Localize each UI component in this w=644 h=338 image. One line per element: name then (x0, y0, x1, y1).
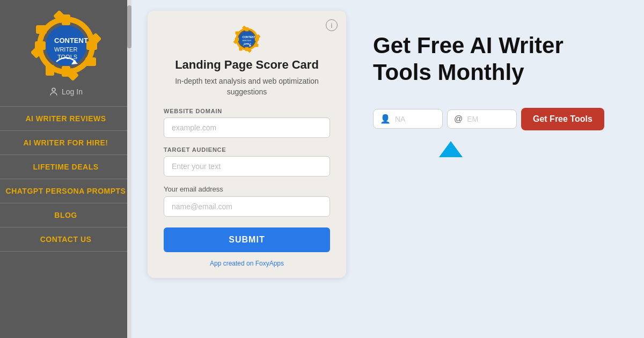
card-logo: CONTENT WRITER TOOLS (164, 26, 330, 53)
svg-rect-30 (235, 31, 239, 34)
scroll-thumb[interactable] (127, 5, 131, 48)
svg-point-18 (52, 88, 55, 91)
svg-text:WRITER: WRITER (54, 46, 77, 53)
name-input[interactable] (395, 115, 433, 123)
svg-rect-7 (85, 57, 96, 66)
right-section: Get Free AI Writer Tools Monthly 👤 @ Get… (346, 11, 628, 152)
login-label: Log In (62, 87, 83, 96)
logo-svg: CONTENT WRITER TOOLS (31, 11, 101, 80)
person-icon: 👤 (380, 114, 391, 124)
card-subtitle: In-depth text analysis and web optimizat… (164, 76, 330, 97)
footer-text: App created on (210, 260, 255, 267)
audience-input[interactable] (164, 156, 330, 177)
svg-rect-26 (254, 43, 259, 47)
card-title: Landing Page Score Card (164, 58, 330, 72)
at-icon: @ (454, 114, 463, 124)
svg-rect-11 (36, 25, 47, 34)
sidebar-item-lifetime-deals[interactable]: LIFETIME DEALS (0, 155, 131, 179)
sidebar-navigation: AI WRITER REVIEWS AI WRITER FOR HIRE! LI… (0, 106, 131, 252)
score-card: i CONTENT (148, 11, 346, 278)
footer-link[interactable]: FoxyApps (255, 260, 284, 267)
svg-text:WRITER: WRITER (243, 39, 252, 42)
card-footer: App created on FoxyApps (164, 260, 330, 267)
main-content: i CONTENT (131, 0, 644, 338)
domain-input[interactable] (164, 117, 330, 138)
card-logo-svg: CONTENT WRITER TOOLS (233, 26, 260, 53)
scrollbar[interactable] (127, 0, 131, 338)
sidebar-item-chatgpt-persona-prompts[interactable]: CHATGPT PERSONA PROMPTS (0, 179, 131, 203)
svg-text:CONTENT: CONTENT (243, 35, 255, 39)
audience-label: TARGET AUDIENCE (164, 146, 330, 153)
submit-button[interactable]: SUBMIT (164, 227, 330, 252)
sidebar-logo: CONTENT WRITER TOOLS (31, 11, 101, 80)
user-icon (49, 87, 58, 97)
get-free-tools-button[interactable]: Get Free Tools (521, 108, 604, 130)
promo-email-input[interactable] (467, 115, 504, 123)
svg-text:CONTENT: CONTENT (54, 36, 88, 45)
svg-rect-9 (46, 65, 54, 76)
promo-title: Get Free AI Writer Tools Monthly (373, 32, 577, 86)
sidebar-item-ai-writer-for-hire[interactable]: AI WRITER FOR HIRE! (0, 130, 131, 155)
arrow-head (439, 141, 463, 157)
domain-label: WEBSITE DOMAIN (164, 108, 330, 114)
name-input-wrap: 👤 (373, 109, 443, 129)
signup-row: 👤 @ Get Free Tools (373, 108, 604, 130)
email-input-wrap: @ (447, 109, 517, 129)
email-label: Your email address (164, 185, 330, 193)
sidebar-item-blog[interactable]: BLOG (0, 203, 131, 227)
svg-rect-28 (239, 47, 242, 51)
email-input[interactable] (164, 196, 330, 217)
sidebar-item-contact-us[interactable]: CONTACT US (0, 227, 131, 252)
sidebar: CONTENT WRITER TOOLS Log In AI WRITER RE… (0, 0, 131, 338)
login-button[interactable]: Log In (49, 87, 83, 97)
info-icon[interactable]: i (326, 19, 338, 31)
sidebar-item-ai-writer-reviews[interactable]: AI WRITER REVIEWS (0, 106, 131, 130)
